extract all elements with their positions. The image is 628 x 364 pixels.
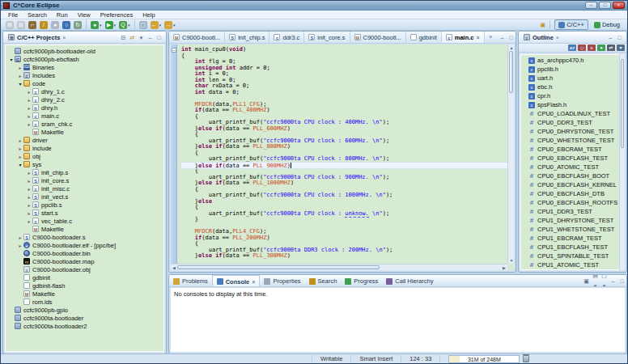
scroll-up-icon[interactable]: ▲ xyxy=(508,44,514,51)
search-icon[interactable]: ○ xyxy=(62,20,71,30)
outline-item[interactable]: #CPU0_LOADLINUX_TEST xyxy=(520,109,625,118)
scroll-right-icon[interactable]: ▶ xyxy=(501,265,507,270)
perspective-debug[interactable]: Debug xyxy=(590,19,624,30)
tree-item[interactable]: ▾sys xyxy=(5,160,164,168)
tree-item[interactable]: rom.lds xyxy=(5,298,164,306)
outline-item[interactable]: #CPU1_EBCRAM_TEST xyxy=(520,234,625,243)
editor-tab-gdbinit[interactable]: gdbinit xyxy=(406,32,442,43)
tab-problems[interactable]: Problems xyxy=(169,275,212,287)
tab-properties[interactable]: Properties xyxy=(260,275,304,287)
collapsed-arrow-icon[interactable]: ▸ xyxy=(17,243,23,248)
tree-item[interactable]: ▸cdhry_2.c xyxy=(5,95,164,104)
collapsed-arrow-icon[interactable]: ▸ xyxy=(26,194,32,200)
tree-item[interactable]: ▾Cccfc9000pb-ebcflash xyxy=(5,55,164,63)
tree-item[interactable]: ▸cdhry_1.c xyxy=(5,87,164,95)
tree-item[interactable]: ▸cvec_table.c xyxy=(5,217,164,225)
tree-item[interactable]: MMakefile xyxy=(5,225,164,233)
outline-item[interactable]: ≡as_archppc470.h xyxy=(520,56,625,65)
minimize-view-icon[interactable]: – xyxy=(606,32,615,43)
tree-item[interactable]: gdbinit-flash xyxy=(5,281,164,290)
expanded-arrow-icon[interactable]: ▾ xyxy=(17,81,23,87)
tab-console[interactable]: Console× xyxy=(212,275,261,287)
dropdown-arrow-icon[interactable]: ▾ xyxy=(159,23,162,28)
tab-call-hierarchy[interactable]: Call Hierarchy xyxy=(382,275,437,287)
link-with-editor-icon[interactable]: ⇄ xyxy=(607,44,615,51)
code-editor[interactable]: int main_cpu0(void){ int flg = 0; unsign… xyxy=(178,44,507,264)
collapsed-arrow-icon[interactable]: ▸ xyxy=(17,73,23,78)
tree-item[interactable]: ▸Sppclib.s xyxy=(5,201,164,209)
view-menu-icon[interactable]: ▾ xyxy=(617,44,625,51)
outline-item[interactable]: #CPU0_EBCFLASH_BOOT xyxy=(520,171,625,180)
open-perspective-icon[interactable]: ▣ xyxy=(538,19,547,30)
tree-item[interactable]: MMakefile xyxy=(5,128,164,136)
run-garbage-collector-icon[interactable] xyxy=(523,355,529,362)
editor-tab-init-core-s[interactable]: Sinit_core.s xyxy=(304,32,350,43)
hide-non-public-icon[interactable]: ● xyxy=(597,44,605,51)
outline-item[interactable]: #CPU0_EBCRAM_TEST xyxy=(520,145,625,154)
outline-item[interactable]: ≡cpr.h xyxy=(520,91,625,100)
outline-item[interactable]: ≡ppclib.h xyxy=(520,65,625,74)
external-tools-dropdown-icon[interactable]: Q▾ xyxy=(118,20,131,30)
outline-scroll-thumb[interactable] xyxy=(621,59,624,148)
new-console-view-icon[interactable]: ▢ ▾ xyxy=(600,275,609,287)
outline-item[interactable]: #CPU1_ATOMIC_TEST xyxy=(520,260,625,269)
collapsed-arrow-icon[interactable]: ▸ xyxy=(26,89,32,95)
collapsed-arrow-icon[interactable]: ▸ xyxy=(26,210,32,216)
tree-item[interactable]: ▾code xyxy=(5,79,164,87)
minimize-window-button[interactable]: – xyxy=(585,2,597,9)
sort-icon[interactable]: az xyxy=(568,44,576,51)
dropdown-arrow-icon[interactable]: ▾ xyxy=(128,23,130,28)
tree-item[interactable]: ccfc9000ta-bootloader2 xyxy=(5,322,164,330)
view-menu-icon[interactable]: ▾ xyxy=(137,32,146,43)
outline-item[interactable]: #CPU0_EBCFLASH_ROOTFS xyxy=(520,198,625,207)
tree-item[interactable]: ▸hdhry.h xyxy=(5,104,164,112)
outline-item[interactable]: ≡ebc.h xyxy=(520,83,625,91)
pencil-icon[interactable]: / xyxy=(39,20,49,30)
fold-marker-icon[interactable]: – xyxy=(172,48,176,53)
scroll-left-icon[interactable]: ◀ xyxy=(171,265,177,270)
tree-item[interactable]: ▸eC9000-bootloader.elf - [ppc/be] xyxy=(5,241,164,249)
tree-item[interactable]: ▸Sinit_core.s xyxy=(5,176,164,184)
horizontal-scroll-thumb[interactable] xyxy=(177,265,380,269)
tab-progress[interactable]: Progress xyxy=(341,275,382,287)
outline-item[interactable]: #CPU0_EBCFLASH_TEST xyxy=(520,154,625,163)
menu-view[interactable]: View xyxy=(73,11,95,19)
dropdown-arrow-icon[interactable]: ▾ xyxy=(114,23,117,28)
collapsed-arrow-icon[interactable]: ▸ xyxy=(17,154,23,159)
tree-item[interactable]: ▸obj xyxy=(5,152,164,160)
collapsed-arrow-icon[interactable]: ▸ xyxy=(17,146,23,151)
collapsed-arrow-icon[interactable]: ▸ xyxy=(26,105,32,111)
collapsed-arrow-icon[interactable]: ▸ xyxy=(26,121,32,127)
outline-item[interactable]: #CPU0_DDR3_TEST xyxy=(520,118,625,127)
tree-item[interactable]: oC9000-bootloader.obj xyxy=(5,265,164,273)
tab-search[interactable]: Search xyxy=(305,275,342,287)
tab-outline[interactable]: ≡ Outline × xyxy=(521,32,562,44)
outline-item[interactable]: #CPU1_EBCFLASH_TEST xyxy=(520,243,625,252)
tree-item[interactable]: MMakefile xyxy=(5,290,164,298)
collapsed-arrow-icon[interactable]: ▸ xyxy=(26,113,32,119)
collapsed-arrow-icon[interactable]: ▸ xyxy=(26,170,32,176)
outline-item[interactable]: #CPU0_WHETSTONE_TEST xyxy=(520,136,625,145)
maximize-editor-icon[interactable]: □ xyxy=(507,32,516,43)
expanded-arrow-icon[interactable]: ▾ xyxy=(8,57,15,62)
editor-gutter[interactable]: – xyxy=(171,44,177,264)
forward-dropdown-icon[interactable]: →▾ xyxy=(163,20,176,30)
outline-item[interactable]: #CPU1_DHRYSTONE_TEST xyxy=(520,216,625,225)
tree-item[interactable]: ccfc9000pb-bootloader-old xyxy=(5,47,164,55)
editor-vertical-scrollbar[interactable]: ▲ ▼ xyxy=(507,44,514,264)
menu-search[interactable]: Search xyxy=(23,11,52,19)
display-selected-console-icon[interactable]: ▤ ▾ xyxy=(591,275,600,287)
outline-item[interactable]: #CPU1_SPINTABLE_TEST xyxy=(520,252,625,260)
tree-item[interactable]: ▸SC9000-bootloader.s xyxy=(5,233,164,241)
close-window-button[interactable]: × xyxy=(613,2,625,9)
perspective-c-c-[interactable]: C/C++ xyxy=(554,19,588,30)
minimize-view-icon[interactable]: – xyxy=(146,32,155,43)
collapse-all-icon[interactable]: ⊟ xyxy=(119,32,128,43)
tree-item[interactable]: gdbinit xyxy=(5,273,164,281)
tree-item[interactable]: ccfc9000pb-gpio xyxy=(5,306,164,314)
outline-item[interactable]: #CPU1_WHETSTONE_TEST xyxy=(520,225,625,234)
dropdown-arrow-icon[interactable]: ▾ xyxy=(173,23,176,28)
collapsed-arrow-icon[interactable]: ▸ xyxy=(17,65,23,70)
open-console-icon[interactable]: ▣ xyxy=(582,276,591,286)
close-view-icon[interactable]: × xyxy=(62,35,66,40)
